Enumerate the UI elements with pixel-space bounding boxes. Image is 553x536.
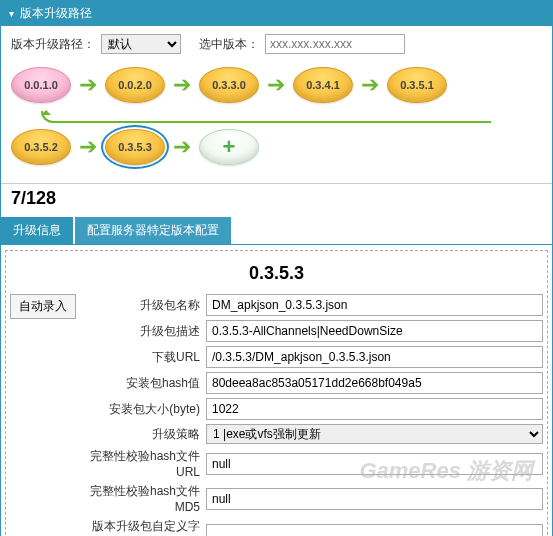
- form-input[interactable]: [206, 320, 543, 342]
- form-input[interactable]: [206, 346, 543, 368]
- arrow-icon: ➔: [79, 72, 97, 98]
- version-node[interactable]: 0.3.3.0: [199, 67, 259, 103]
- arrow-icon: ➔: [79, 134, 97, 160]
- version-node[interactable]: 0.3.5.2: [11, 129, 71, 165]
- arrow-icon: ➔: [173, 134, 191, 160]
- form-select[interactable]: 1 |exe或vfs强制更新: [206, 424, 543, 444]
- version-counter: 7/128: [1, 183, 552, 213]
- version-node-current[interactable]: 0.3.5.3: [105, 129, 165, 165]
- collapse-icon: ▾: [9, 8, 14, 19]
- version-node[interactable]: 0.0.2.0: [105, 67, 165, 103]
- form-label: 安装包hash值: [86, 375, 206, 392]
- version-node[interactable]: 0.3.5.1: [387, 67, 447, 103]
- arrow-icon: ➔: [361, 72, 379, 98]
- auto-input-button[interactable]: 自动录入: [10, 294, 76, 319]
- arrow-icon: ➔: [267, 72, 285, 98]
- form-label: 安装包大小(byte): [86, 401, 206, 418]
- panel-header[interactable]: ▾ 版本升级路径: [1, 1, 552, 26]
- version-node[interactable]: 0.3.4.1: [293, 67, 353, 103]
- add-version-node[interactable]: +: [199, 129, 259, 165]
- version-node[interactable]: 0.0.1.0: [11, 67, 71, 103]
- panel-title: 版本升级路径: [20, 5, 92, 22]
- form-input[interactable]: [206, 488, 543, 510]
- form-input[interactable]: [206, 294, 543, 316]
- form-label: 升级包名称: [86, 297, 206, 314]
- form-label: 下载URL: [86, 349, 206, 366]
- form-input[interactable]: [206, 453, 543, 475]
- form-title: 0.3.5.3: [10, 259, 543, 294]
- form-label: 版本升级包自定义字串: [86, 518, 206, 536]
- form-input[interactable]: [206, 398, 543, 420]
- select-version-input[interactable]: [265, 34, 405, 54]
- path-select[interactable]: 默认: [101, 34, 181, 54]
- tab-server-config[interactable]: 配置服务器特定版本配置: [75, 217, 231, 244]
- form-label: 升级包描述: [86, 323, 206, 340]
- path-label: 版本升级路径：: [11, 36, 95, 53]
- tab-upgrade-info[interactable]: 升级信息: [1, 217, 73, 244]
- form-input[interactable]: [206, 524, 543, 536]
- arrow-icon: ➔: [173, 72, 191, 98]
- form-label: 升级策略: [86, 426, 206, 443]
- form-input[interactable]: [206, 372, 543, 394]
- version-flow: 0.0.1.0 ➔ 0.0.2.0 ➔ 0.3.3.0 ➔ 0.3.4.1 ➔ …: [1, 62, 552, 183]
- form-label: 完整性校验hash文件URL: [86, 448, 206, 479]
- form-label: 完整性校验hash文件MD5: [86, 483, 206, 514]
- loop-arrow-icon: [41, 111, 491, 123]
- select-version-label: 选中版本：: [199, 36, 259, 53]
